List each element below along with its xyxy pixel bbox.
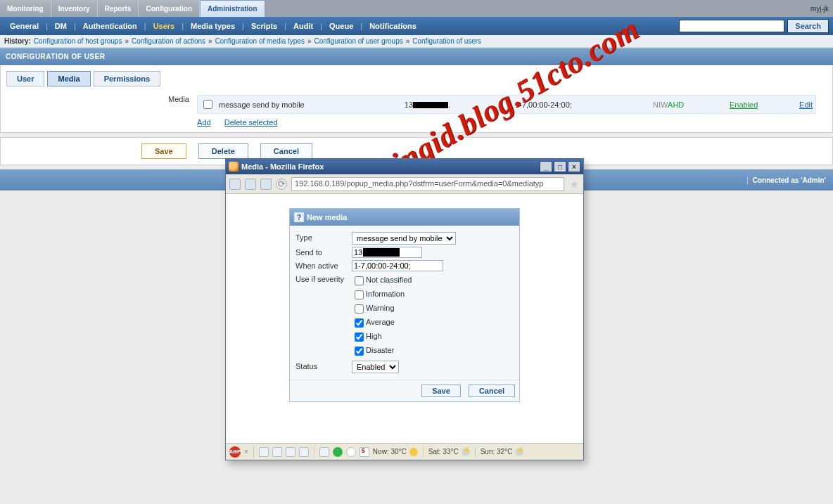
tab-permissions[interactable]: Permissions [94, 71, 160, 86]
severity-average[interactable]: Average [352, 316, 412, 330]
redacted-icon [363, 248, 400, 257]
crumb-host-groups[interactable]: Configuration of host groups [34, 37, 122, 45]
breadcrumb: History: Configuration of host groups» C… [0, 35, 833, 48]
sun-icon [409, 448, 418, 456]
media-sendto-cell: 13. [405, 101, 507, 109]
severity-checkbox[interactable] [355, 304, 364, 314]
top-tab-reports[interactable]: Reports [98, 0, 139, 17]
nav-scripts[interactable]: Scripts [246, 22, 283, 30]
top-tab-monitoring[interactable]: Monitoring [0, 0, 51, 17]
abp-close-icon[interactable]: × [244, 448, 248, 455]
media-type-cell: message send by mobile [219, 101, 396, 109]
search-button[interactable]: Search [787, 19, 829, 33]
media-edit-link[interactable]: Edit [799, 101, 813, 109]
top-tab-configuration[interactable]: Configuration [139, 0, 200, 17]
media-section-label: Media [147, 95, 189, 103]
adblock-icon[interactable]: ABP [229, 446, 241, 458]
type-select[interactable]: message send by mobile [352, 232, 456, 245]
weather-sun: Sun: 32°C [481, 448, 513, 455]
crumb-media-types[interactable]: Configuration of media types [215, 37, 305, 45]
storm-icon [462, 448, 470, 456]
severity-checkbox[interactable] [355, 347, 364, 356]
popup-toolbar: ⟳ 192.168.0.189/popup_media.php?dstfrm=u… [226, 174, 583, 194]
bookmark-star-icon[interactable]: ★ [568, 179, 580, 190]
nav-general[interactable]: General [4, 22, 44, 30]
user-tabs: User Media Permissions [6, 71, 827, 86]
maximize-button[interactable]: □ [554, 161, 566, 172]
storm-icon [515, 448, 523, 456]
severity-checkbox[interactable] [355, 276, 364, 285]
delete-button[interactable]: Delete [198, 143, 248, 159]
save-button[interactable]: Save [141, 143, 186, 159]
media-row-checkbox[interactable] [203, 100, 212, 109]
severity-high[interactable]: High [352, 330, 412, 344]
popup-statusbar: ABP × Now: 30°C Sat: 33°C Sun: 32°C [226, 443, 583, 460]
label-status: Status [295, 361, 352, 370]
widget-title: CONFIGURATION OF USER [0, 48, 833, 65]
media-schedule-cell: 1-7,00:00-24:00; [515, 101, 644, 109]
severity-information[interactable]: Information [352, 288, 412, 302]
new-media-form: ? New media Type message send by mobile … [289, 208, 520, 402]
status-icon[interactable] [319, 447, 329, 457]
crumb-user-groups[interactable]: Configuration of user groups [314, 37, 403, 45]
status-icon[interactable] [272, 447, 282, 457]
status-select[interactable]: Enabled [352, 361, 399, 373]
media-add-link[interactable]: Add [197, 118, 211, 127]
toolbar-icon-3[interactable] [260, 179, 272, 190]
search-input[interactable] [679, 20, 784, 32]
history-label: History: [4, 37, 31, 45]
help-icon[interactable]: ? [294, 212, 304, 222]
reload-icon[interactable]: ⟳ [276, 179, 287, 190]
severity-not-classified[interactable]: Not classified [352, 274, 412, 287]
tab-user[interactable]: User [6, 71, 44, 86]
close-button[interactable]: × [568, 161, 580, 172]
nav-audit[interactable]: Audit [288, 22, 319, 30]
label-sendto: Send to [295, 247, 352, 257]
nav-media-types[interactable]: Media types [185, 22, 241, 30]
crumb-actions[interactable]: Configuration of actions [132, 37, 205, 45]
toolbar-icon-2[interactable] [245, 179, 256, 190]
status-online-icon[interactable] [333, 447, 343, 457]
severity-checkbox[interactable] [355, 290, 364, 299]
severity-warning[interactable]: Warning [352, 302, 412, 316]
label-when-active: When active [295, 260, 352, 270]
user-config-panel: User Media Permissions Media message sen… [0, 65, 833, 133]
redacted-icon [413, 102, 448, 108]
media-status-link[interactable]: Enabled [730, 101, 758, 109]
nav-dm[interactable]: DM [49, 22, 72, 30]
status-icon[interactable] [299, 447, 309, 457]
toolbar-icon-1[interactable] [229, 179, 241, 190]
severity-checkbox[interactable] [355, 332, 364, 342]
account-label: myj-jk [806, 0, 833, 17]
firefox-icon [229, 162, 239, 172]
when-active-input[interactable] [352, 260, 443, 271]
tab-media[interactable]: Media [47, 71, 90, 86]
label-type: Type [295, 232, 352, 242]
url-bar[interactable]: 192.168.0.189/popup_media.php?dstfrm=use… [291, 177, 564, 191]
form-title: New media [307, 213, 347, 221]
calendar-icon[interactable] [360, 447, 369, 457]
top-tab-administration[interactable]: Administration [200, 0, 265, 17]
nav-queue[interactable]: Queue [324, 22, 359, 30]
media-severity-cell: NIWAHD [653, 101, 721, 109]
popup-cancel-button[interactable]: Cancel [469, 385, 515, 397]
popup-titlebar[interactable]: Media - Mozilla Firefox _ □ × [226, 159, 583, 174]
subnav: General| DM| Authentication| Users| Medi… [0, 17, 833, 35]
nav-notifications[interactable]: Notifications [364, 22, 422, 30]
severity-disaster[interactable]: Disaster [352, 344, 412, 358]
minimize-button[interactable]: _ [540, 161, 552, 172]
crumb-users[interactable]: Configuration of users [412, 37, 481, 45]
cancel-button[interactable]: Cancel [260, 143, 312, 159]
media-delete-selected-link[interactable]: Delete selected [224, 118, 278, 127]
status-icon[interactable] [259, 447, 269, 457]
top-tabbar: Monitoring Inventory Reports Configurati… [0, 0, 833, 17]
nav-authentication[interactable]: Authentication [77, 22, 143, 30]
status-icon[interactable] [286, 447, 295, 457]
nav-users[interactable]: Users [148, 22, 181, 30]
top-tab-inventory[interactable]: Inventory [51, 0, 98, 17]
severity-checkbox[interactable] [355, 318, 364, 328]
clock-icon[interactable] [346, 447, 356, 457]
label-severity: Use if severity [295, 273, 352, 283]
popup-save-button[interactable]: Save [421, 385, 461, 397]
connected-as-label: Connected as 'Admin' [753, 176, 826, 184]
